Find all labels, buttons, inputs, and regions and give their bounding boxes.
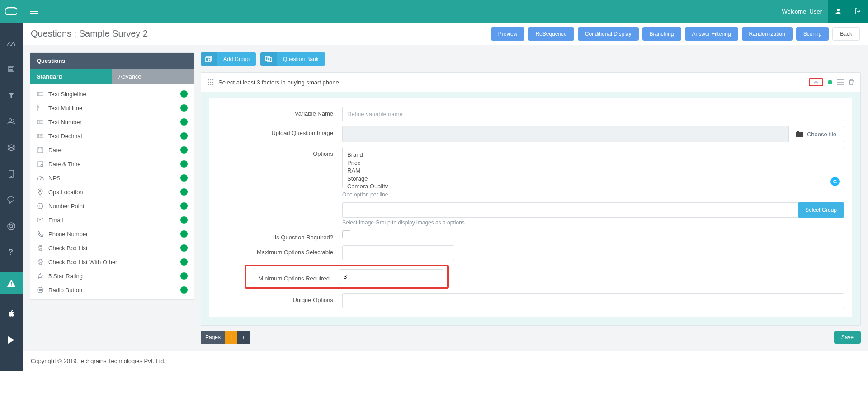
save-button[interactable]: Save <box>834 331 861 344</box>
nav-device-icon[interactable] <box>0 167 23 181</box>
tab-standard[interactable]: Standard <box>30 69 112 84</box>
question-type-item[interactable]: Date & Timei <box>33 157 191 171</box>
unique-options-input[interactable] <box>342 293 844 308</box>
page-1-button[interactable]: 1 <box>225 331 237 344</box>
user-icon[interactable] <box>828 0 848 23</box>
back-button[interactable]: Back <box>832 27 860 41</box>
options-textarea[interactable] <box>342 147 844 188</box>
question-type-item[interactable]: 1Number Pointi <box>33 199 191 213</box>
info-icon[interactable]: i <box>180 118 188 126</box>
answer-filtering-button[interactable]: Answer Filtering <box>685 27 738 41</box>
collapse-toggle[interactable] <box>809 78 823 86</box>
info-icon[interactable]: i <box>180 132 188 140</box>
branching-button[interactable]: Branching <box>642 27 681 41</box>
svg-rect-9 <box>37 92 43 96</box>
question-type-item[interactable]: 5 Star Ratingi <box>33 269 191 283</box>
nav-chat-icon[interactable] <box>0 193 23 207</box>
nav-filter-icon[interactable] <box>0 89 23 102</box>
question-type-item[interactable]: Check Box List With Otheri <box>33 255 191 269</box>
question-type-icon <box>37 147 44 153</box>
drag-handle-icon[interactable] <box>208 79 214 85</box>
unique-options-label: Unique Options <box>217 293 342 303</box>
info-icon[interactable]: i <box>180 188 188 196</box>
question-type-item[interactable]: Text Multilinei <box>33 101 191 115</box>
info-icon[interactable]: i <box>180 174 188 182</box>
info-icon[interactable]: i <box>180 258 188 266</box>
info-icon[interactable]: i <box>180 244 188 252</box>
question-bank-button[interactable]: Question Bank <box>260 52 325 66</box>
randomization-button[interactable]: Randomization <box>742 27 793 41</box>
svg-rect-23 <box>40 249 42 251</box>
svg-point-38 <box>210 84 212 85</box>
svg-point-2 <box>9 119 12 121</box>
select-image-group-input[interactable] <box>342 202 798 218</box>
nav-surveys-icon[interactable] <box>0 62 23 76</box>
question-type-label: Email <box>48 217 63 224</box>
min-required-input[interactable] <box>339 269 443 284</box>
info-icon[interactable]: i <box>180 216 188 224</box>
question-type-item[interactable]: Radio Buttoni <box>33 283 191 297</box>
question-type-item[interactable]: 1.2Text Decimali <box>33 129 191 143</box>
info-icon[interactable]: i <box>180 90 188 98</box>
question-type-item[interactable]: NPSi <box>33 171 191 185</box>
question-type-label: Text Singleline <box>48 91 86 98</box>
logout-icon[interactable] <box>848 0 868 23</box>
scoring-button[interactable]: Scoring <box>796 27 829 41</box>
variable-name-input[interactable] <box>342 107 844 121</box>
add-page-button[interactable]: + <box>237 331 250 344</box>
nav-dashboard-icon[interactable] <box>0 36 23 50</box>
question-type-item[interactable]: Datei <box>33 143 191 157</box>
nav-support-icon[interactable] <box>0 219 23 233</box>
info-icon[interactable]: i <box>180 160 188 168</box>
info-icon[interactable]: i <box>180 202 188 210</box>
add-group-button[interactable]: Add Group <box>201 52 256 66</box>
question-type-label: Check Box List <box>48 245 88 252</box>
menu-icon[interactable] <box>837 79 844 85</box>
question-type-item[interactable]: Check Box Listi <box>33 241 191 255</box>
footer-copyright: Copyright © 2019 Techgrains Technologies… <box>23 351 868 371</box>
svg-rect-25 <box>40 263 42 265</box>
nav-apple-icon[interactable] <box>0 307 23 321</box>
svg-point-0 <box>837 9 840 11</box>
required-checkbox[interactable] <box>342 230 350 238</box>
info-icon[interactable]: i <box>180 272 188 280</box>
question-type-item[interactable]: Emaili <box>33 213 191 227</box>
upload-image-label: Upload Question Image <box>217 126 342 136</box>
tab-advance[interactable]: Advance <box>112 69 194 84</box>
choose-file-button[interactable]: Choose file <box>788 126 844 142</box>
question-type-item[interactable]: Phone Numberi <box>33 227 191 241</box>
svg-rect-16 <box>38 162 43 167</box>
nav-alert-icon[interactable] <box>0 272 23 294</box>
svg-point-6 <box>10 225 13 228</box>
resequence-button[interactable]: ReSequence <box>528 27 574 41</box>
select-group-button[interactable]: Select Group <box>798 202 844 218</box>
nav-layers-icon[interactable] <box>0 141 23 154</box>
nav-help-icon[interactable] <box>0 246 23 259</box>
info-icon[interactable]: i <box>180 146 188 154</box>
info-icon[interactable]: i <box>180 286 188 294</box>
question-type-list: Text SinglelineiText Multilinei12Text Nu… <box>30 84 194 299</box>
nav-users-icon[interactable] <box>0 115 23 128</box>
conditional-display-button[interactable]: Conditional Display <box>578 27 639 41</box>
app-logo[interactable] <box>0 0 23 23</box>
delete-icon[interactable] <box>849 79 854 85</box>
question-type-icon <box>37 91 44 97</box>
options-hint: One option per line <box>342 191 844 198</box>
svg-text:1: 1 <box>39 205 41 208</box>
info-icon[interactable]: i <box>180 104 188 112</box>
svg-point-34 <box>208 82 209 83</box>
min-required-label: Minimum Options Required <box>250 271 339 282</box>
preview-button[interactable]: Preview <box>491 27 525 41</box>
question-type-item[interactable]: 12Text Numberi <box>33 115 191 129</box>
welcome-text: Welcome, User <box>775 8 828 15</box>
question-type-item[interactable]: Text Singlelinei <box>33 87 191 101</box>
max-selectable-input[interactable] <box>342 245 454 260</box>
page-actions: Preview ReSequence Conditional Display B… <box>491 27 860 41</box>
select-group-hint: Select Image Group to display images as … <box>342 219 844 226</box>
svg-point-4 <box>11 176 12 177</box>
question-type-icon <box>37 218 44 222</box>
info-icon[interactable]: i <box>180 230 188 238</box>
hamburger-menu[interactable] <box>23 0 45 23</box>
question-type-item[interactable]: Gps Locationi <box>33 185 191 199</box>
nav-play-icon[interactable] <box>0 333 23 347</box>
